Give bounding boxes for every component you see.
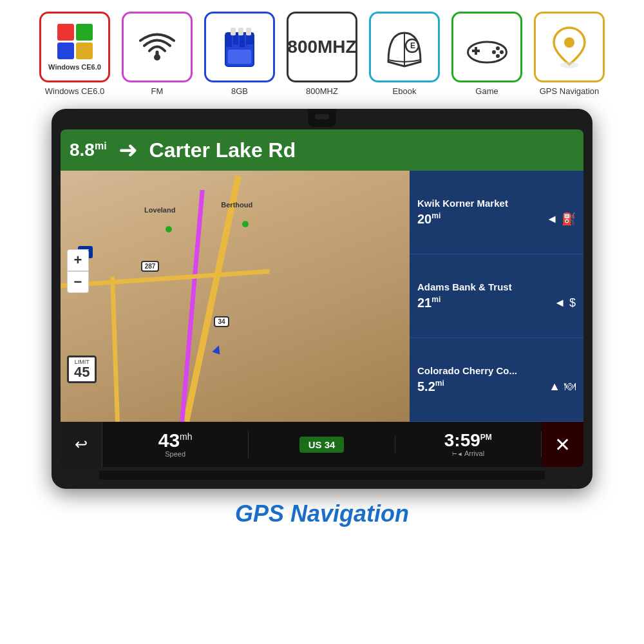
speed-display: 43mh	[158, 431, 193, 450]
current-road-badge: US 34	[299, 437, 345, 453]
speed-limit-sign: LIMIT 45	[67, 355, 97, 383]
poi-arrow-2: ▲	[549, 380, 560, 393]
close-button[interactable]: ✕	[542, 422, 583, 467]
status-road: US 34	[249, 437, 395, 453]
svg-point-16	[500, 50, 504, 54]
cpu-icon-box: 800MHZ	[287, 12, 357, 82]
close-icon: ✕	[554, 433, 571, 456]
map-badge-34: 34	[214, 316, 229, 327]
device-outer: 8.8mi ➜ Carter Lake Rd 25	[52, 109, 592, 489]
back-icon: ↩	[75, 435, 88, 453]
poi-name-0: Kwik Korner Market	[417, 198, 576, 209]
nav-turn-arrow: ➜	[118, 137, 138, 164]
status-time: 3:59PM ⊢◄ Arrival	[395, 431, 542, 457]
gps-screen: 8.8mi ➜ Carter Lake Rd 25	[61, 129, 583, 467]
zoom-out-button[interactable]: −	[67, 271, 89, 293]
poi-type-icon-1: $	[569, 296, 576, 310]
game-icon-box	[451, 12, 522, 82]
map-city-loveland: Loveland	[144, 206, 175, 214]
svg-rect-7	[231, 28, 236, 35]
feature-label-fm: FM	[151, 86, 164, 96]
poi-name-2: Colorado Cherry Co...	[417, 365, 576, 376]
map-pin-icon	[549, 24, 591, 70]
feature-label-gps: GPS Navigation	[540, 86, 600, 96]
poi-item-0: Kwik Korner Market 20mi ◄ ⛽	[410, 171, 583, 254]
wince-logo	[57, 24, 93, 59]
feature-fm: FM	[122, 12, 193, 96]
svg-point-18	[492, 50, 496, 54]
poi-panel: Kwik Korner Market 20mi ◄ ⛽ Ada	[410, 171, 583, 422]
arrival-label: ⊢◄ Arrival	[452, 450, 485, 457]
sd-card-icon-box	[204, 12, 275, 82]
cpu-speed-text: 800MHZ	[287, 37, 356, 57]
nav-street-name: Carter Lake Rd	[149, 138, 296, 162]
map-badge-287: 287	[141, 261, 160, 272]
feature-windows-ce: Windows CE6.0 Windows CE6.0	[39, 12, 110, 96]
ebook-icon-box: E	[369, 12, 440, 82]
ebook-icon: E	[382, 26, 427, 68]
feature-label-game: Game	[475, 86, 498, 96]
feature-ebook: E Ebook	[369, 12, 440, 96]
map-area: 25 Loveland Berthoud 287 34 + −	[61, 171, 583, 422]
poi-type-icon-2: 🍽	[564, 380, 576, 393]
poi-arrow-0: ◄	[546, 213, 558, 226]
gamepad-icon	[463, 30, 511, 65]
svg-point-15	[496, 46, 500, 50]
status-speed: 43mh Speed	[102, 431, 249, 458]
svg-rect-14	[472, 50, 480, 52]
speed-label: Speed	[165, 450, 185, 458]
back-button[interactable]: ↩	[61, 422, 102, 467]
device-bottom-grip	[99, 471, 545, 480]
poi-distance-0: 20mi	[417, 211, 440, 227]
sd-card-icon	[220, 25, 259, 69]
svg-point-19	[564, 37, 574, 48]
poi-distance-row-1: 21mi ◄ $	[417, 295, 576, 310]
device-mount	[61, 109, 583, 127]
nav-distance: 8.8mi	[70, 140, 107, 160]
poi-distance-row-2: 5.2mi ▲ 🍽	[417, 379, 576, 394]
poi-type-icon-0: ⛽	[562, 212, 576, 226]
zoom-in-button[interactable]: +	[67, 249, 89, 271]
map-canvas: 25 Loveland Berthoud 287 34 + −	[61, 171, 410, 422]
navigator-arrow: ▲	[208, 339, 227, 359]
map-road-secondary	[110, 276, 120, 422]
gps-icon-box	[534, 12, 605, 82]
device-wrapper: 8.8mi ➜ Carter Lake Rd 25	[0, 102, 644, 489]
wifi-icon	[138, 30, 176, 65]
status-bar: ↩ 43mh Speed US 34 3:59PM ⊢◄ Arriva	[61, 422, 583, 467]
gps-label: GPS Navigation	[0, 489, 644, 533]
poi-icon-row-0: ◄ ⛽	[546, 212, 576, 226]
feature-label-cpu: 800MHZ	[306, 86, 338, 96]
poi-icon-row-1: ◄ $	[554, 296, 576, 310]
speed-limit-value: 45	[74, 365, 90, 379]
poi-distance-2: 5.2mi	[417, 379, 444, 394]
svg-rect-6	[228, 50, 251, 64]
features-row: Windows CE6.0 Windows CE6.0 FM	[0, 0, 644, 102]
wince-text: Windows CE6.0	[48, 63, 101, 71]
feature-label-windows-ce: Windows CE6.0	[45, 86, 104, 96]
map-dot-loveland	[166, 226, 172, 232]
svg-point-17	[496, 54, 500, 58]
svg-rect-8	[238, 28, 243, 35]
poi-icon-row-2: ▲ 🍽	[549, 380, 576, 393]
svg-point-20	[560, 62, 578, 68]
feature-game: Game	[451, 12, 522, 96]
map-city-berthoud: Berthoud	[221, 201, 252, 209]
poi-distance-1: 21mi	[417, 295, 440, 310]
nav-top-bar: 8.8mi ➜ Carter Lake Rd	[61, 129, 583, 171]
poi-item-1: Adams Bank & Trust 21mi ◄ $	[410, 254, 583, 338]
feature-gps-nav: GPS Navigation	[534, 12, 605, 96]
poi-distance-row-0: 20mi ◄ ⛽	[417, 211, 576, 227]
poi-item-2: Colorado Cherry Co... 5.2mi ▲ 🍽	[410, 338, 583, 422]
poi-arrow-1: ◄	[554, 296, 565, 310]
map-dot-berthoud	[242, 221, 249, 227]
feature-cpu: 800MHZ 800MHZ	[287, 12, 357, 96]
svg-text:E: E	[410, 41, 415, 50]
fm-icon-box	[122, 12, 193, 82]
poi-name-1: Adams Bank & Trust	[417, 281, 576, 292]
svg-rect-9	[246, 28, 251, 35]
arrival-time-display: 3:59PM	[444, 431, 492, 450]
windows-ce-icon-box: Windows CE6.0	[39, 12, 110, 82]
map-zoom-controls: + −	[67, 249, 89, 293]
feature-storage: 8GB	[204, 12, 275, 96]
